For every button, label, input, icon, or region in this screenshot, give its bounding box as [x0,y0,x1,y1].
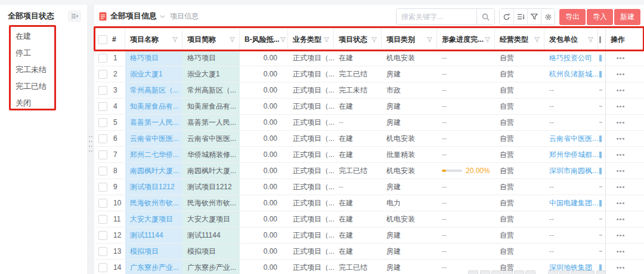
search-input[interactable] [397,9,476,24]
project-name-link[interactable]: 大安大厦项目 [130,214,173,224]
column-filter-icon[interactable] [587,36,594,43]
contracting-unit-link[interactable]: 格巧投资公司 [549,53,592,63]
sidebar-item[interactable]: 关闭 [0,95,87,112]
row-checkbox[interactable] [98,70,107,79]
row-height-button[interactable] [513,9,527,24]
create-button[interactable]: 新建 [614,9,640,25]
project-status: 完工已结 [339,166,367,176]
pagination-button[interactable] [548,270,558,274]
project-status-cell: 在建 [334,147,382,162]
row-actions-button[interactable]: ••• [606,248,644,255]
row-checkbox[interactable] [98,231,107,240]
pagination-button[interactable] [503,270,513,274]
row-checkbox[interactable] [98,54,107,63]
row-actions-button[interactable]: ••• [606,119,644,126]
refresh-button[interactable] [500,9,513,24]
project-name-link[interactable]: 常州高新区（... [130,85,179,96]
pagination-button[interactable] [491,270,501,274]
row-checkbox[interactable] [98,183,107,192]
row-checkbox[interactable] [98,150,107,159]
project-name-link[interactable]: 模拟项目 [130,247,159,257]
row-actions-button[interactable]: ••• [606,54,644,61]
sidebar-item[interactable]: 完工已结 [0,78,87,95]
row-actions-button[interactable]: ••• [606,264,644,271]
sidebar-item[interactable]: 完工未结 [0,61,87,78]
project-name-link[interactable]: 云南省中医医... [130,134,179,144]
row-checkbox[interactable] [98,247,107,256]
column-filter-icon[interactable] [280,36,286,43]
sidebar-item[interactable]: 停工 [0,45,87,61]
search-button[interactable] [476,9,494,24]
pagination-button[interactable] [480,270,490,274]
business-type: 正式项目（... [293,247,334,257]
settings-button[interactable] [541,9,555,24]
sidebar-collapse-button[interactable] [68,10,81,22]
project-name-link[interactable]: 郑州二七华侨... [130,150,179,160]
row-actions-button[interactable]: ••• [606,87,644,94]
chevron-down-icon[interactable] [160,15,165,19]
project-status: 在建 [339,198,353,208]
row-checkbox[interactable] [98,167,107,176]
sidebar-item[interactable]: 在建 [0,28,87,45]
management-type: 自营 [500,150,514,160]
column-filter-icon[interactable] [323,36,330,43]
contracting-unit-link[interactable]: 深圳市南园枫... [549,166,598,176]
row-actions-button[interactable]: ••• [606,215,644,223]
contracting-unit-link[interactable]: 郑州华侨城都... [549,150,598,160]
column-filter-icon[interactable] [172,36,178,43]
row-actions-button[interactable]: ••• [606,167,644,174]
project-name-link[interactable]: 嘉善第一人民... [130,118,179,128]
project-name-link[interactable]: 格巧项目 [130,53,159,63]
clipped-column-cell [598,195,605,211]
column-filter-icon[interactable] [371,36,377,43]
contracting-unit-link[interactable]: 杭州良渚新城... [549,69,598,79]
risk-value: 0.00 [264,54,277,62]
column-filter-icon[interactable] [484,36,491,43]
row-select-cell [95,260,107,274]
row-checkbox[interactable] [98,199,107,208]
project-name-link[interactable]: 广东寮步产业... [130,263,179,273]
row-actions-button[interactable]: ••• [606,70,644,78]
row-actions-button[interactable]: ••• [606,151,644,158]
contracting-unit-link[interactable]: 云南省中医医... [549,134,598,144]
row-actions-button[interactable]: ••• [606,103,644,110]
pagination-button[interactable] [525,270,535,274]
row-checkbox[interactable] [98,263,107,272]
filter-button[interactable] [527,9,541,24]
row-actions-button[interactable]: ••• [606,135,644,142]
project-shortname: 南园枫叶大厦... [187,166,236,176]
project-name-link[interactable]: 南园枫叶大厦... [130,166,179,176]
row-actions-button[interactable]: ••• [606,183,644,190]
pagination-button[interactable] [559,270,569,274]
export-button[interactable]: 导出 [559,9,586,25]
progress-cell: -- [437,98,495,114]
sidebar-item-list: 在建停工完工未结完工已结关闭 [0,28,87,112]
page-title[interactable]: 全部项目信息 [110,11,157,21]
contracting-unit-link[interactable]: 中国电建集团... [549,198,598,208]
panel-resize-gutter[interactable] [87,5,94,274]
pagination-button[interactable] [468,270,478,274]
project-name-link[interactable]: 崇业大厦1 [130,69,163,79]
column-filter-icon[interactable] [229,36,236,43]
project-name-link[interactable]: 测试11144 [130,230,163,241]
project-name-link[interactable]: 测试项目1212 [130,182,175,192]
pagination-button[interactable] [571,270,595,274]
row-actions-button[interactable]: ••• [606,232,644,239]
pagination-button[interactable] [514,270,524,274]
row-checkbox[interactable] [98,102,107,111]
project-name-link[interactable]: 民海钦州市钦... [130,198,179,208]
row-index-cell: 9 [107,179,125,195]
row-checkbox[interactable] [98,215,107,224]
pagination-button[interactable] [596,270,606,274]
import-button[interactable]: 导入 [587,9,613,25]
column-filter-icon[interactable] [534,36,540,43]
project-category-cell: 电力 [382,195,437,211]
project-name-link[interactable]: 知美屋食品有... [130,101,179,112]
row-checkbox[interactable] [98,118,107,127]
row-checkbox[interactable] [98,86,107,95]
row-actions-button[interactable]: ••• [606,199,644,207]
column-filter-icon[interactable] [426,36,433,43]
breadcrumb-sub-label[interactable]: 项目信息 [170,11,199,21]
row-checkbox[interactable] [98,134,107,143]
select-all-checkbox[interactable] [98,35,107,44]
